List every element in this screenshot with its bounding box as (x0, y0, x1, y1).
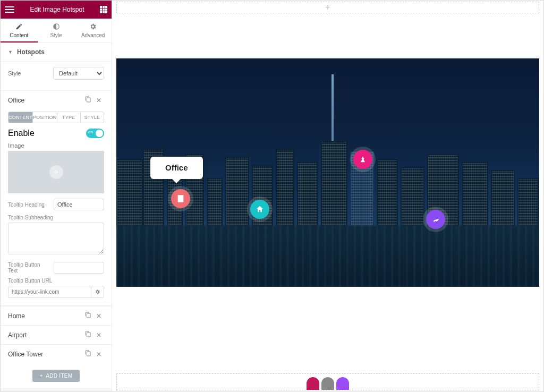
image-dropzone[interactable]: + (8, 151, 104, 193)
item-name: Office Tower (8, 351, 83, 358)
home-icon (256, 205, 264, 214)
gear-icon (89, 23, 97, 30)
tooltip-heading-label: Tooltip Heading (8, 202, 50, 208)
hotspot-airport[interactable] (426, 210, 445, 229)
subtab-style[interactable]: STYLE (81, 112, 104, 123)
enable-label: Enable (8, 129, 35, 138)
mountain-icon (359, 155, 367, 164)
item-name: Home (8, 312, 83, 320)
add-section-bar[interactable]: + (116, 2, 539, 13)
section-hotspots[interactable]: ▼ Hotspots (1, 43, 112, 62)
control-dot-1[interactable] (307, 377, 319, 390)
duplicate-icon[interactable] (83, 312, 94, 320)
main-tabs: Content Style Advanced (1, 19, 112, 43)
tab-content[interactable]: Content (1, 19, 38, 42)
menu-icon[interactable] (5, 4, 14, 15)
image-label: Image (8, 142, 104, 149)
enable-toggle[interactable]: on (86, 129, 104, 138)
item-collapsed-head[interactable]: Airport✕ (1, 325, 112, 344)
control-dot-2[interactable] (321, 377, 334, 390)
style-select[interactable]: Default (53, 67, 104, 80)
tooltip-button-url-label: Tooltip Button URL (8, 278, 104, 284)
add-section-bottom[interactable] (116, 373, 539, 390)
subtab-position[interactable]: POSITION (33, 112, 57, 123)
close-icon[interactable]: ✕ (94, 97, 104, 104)
tooltip-subheading-input[interactable] (8, 223, 104, 254)
item-office-panel: CONTENT POSITION TYPE STYLE Enable on Im… (1, 109, 112, 306)
editor-sidebar: Edit Image Hotspot Content Style Advance… (1, 1, 112, 391)
sidebar-header: Edit Image Hotspot (1, 1, 112, 19)
panel-title: Edit Image Hotspot (14, 6, 100, 13)
style-label: Style (8, 70, 53, 76)
duplicate-icon[interactable] (83, 96, 94, 104)
tooltip-button-url-input[interactable] (8, 286, 91, 297)
apps-icon[interactable] (100, 6, 107, 13)
add-item-button[interactable]: + ADD ITEM (32, 370, 80, 382)
tab-content-label: Content (10, 32, 28, 38)
section-controls (307, 377, 349, 390)
tab-style-label: Style (50, 32, 62, 38)
editor-canvas: + (112, 1, 543, 391)
hotspot-home[interactable] (250, 200, 269, 219)
tab-advanced[interactable]: Advanced (74, 19, 112, 42)
item-office-head[interactable]: Office ✕ (1, 90, 112, 109)
tooltip-subheading-label: Tooltip Subheading (8, 215, 104, 220)
pencil-icon (15, 23, 23, 30)
tab-advanced-label: Advanced (81, 32, 105, 38)
building-icon (176, 194, 185, 203)
hotspot-office[interactable] (171, 189, 190, 208)
tab-style[interactable]: Style (38, 19, 75, 42)
tooltip-heading-input[interactable] (54, 199, 104, 210)
duplicate-icon[interactable] (83, 350, 94, 358)
plane-icon (431, 215, 440, 224)
item-name: Airport (8, 331, 83, 339)
hotspot-officetower[interactable] (353, 150, 372, 169)
plus-icon: + (49, 165, 63, 179)
item-collapsed-head[interactable]: Office Tower✕ (1, 344, 112, 363)
image-hotspot-widget: Office (116, 58, 539, 287)
item-subtabs: CONTENT POSITION TYPE STYLE (8, 112, 104, 123)
item-collapsed-head[interactable]: Home✕ (1, 306, 112, 325)
subtab-type[interactable]: TYPE (57, 112, 81, 123)
url-options-icon[interactable] (91, 286, 104, 297)
caret-down-icon: ▼ (8, 49, 13, 55)
tooltip-button-text-label: Tooltip Button Text (8, 262, 50, 274)
hotspot-tooltip: Office (150, 157, 203, 179)
subtab-content[interactable]: CONTENT (8, 112, 33, 123)
duplicate-icon[interactable] (83, 331, 94, 339)
section-hotspots-label: Hotspots (17, 48, 45, 56)
close-icon[interactable]: ✕ (94, 331, 104, 339)
tooltip-button-text-input[interactable] (54, 262, 104, 274)
control-dot-3[interactable] (336, 377, 349, 390)
close-icon[interactable]: ✕ (94, 351, 104, 358)
item-office-name: Office (8, 97, 83, 104)
section-background[interactable]: ▶ Background (1, 388, 112, 391)
contrast-icon (53, 23, 60, 30)
close-icon[interactable]: ✕ (94, 312, 104, 320)
